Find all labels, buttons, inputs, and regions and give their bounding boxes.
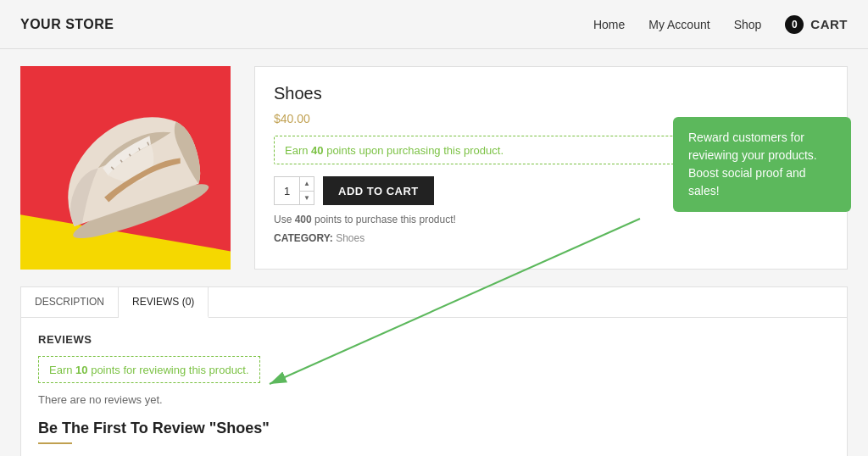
tabs-header: DESCRIPTION REVIEWS (0) [21,287,847,318]
nav-my-account[interactable]: My Account [648,18,709,31]
use-points-text: Use 400 points to purchase this product! [274,214,828,225]
quantity-up-arrow[interactable]: ▲ [300,177,314,192]
nav-shop[interactable]: Shop [734,18,762,31]
category-text: CATEGORY: Shoes [274,232,828,244]
earn-review-text: Earn 10 points for reviewing this produc… [49,364,249,376]
reviews-tab-content: REVIEWS Earn 10 points for reviewing thi… [21,318,847,456]
quantity-arrows[interactable]: ▲ ▼ [300,177,314,204]
main-nav: Home My Account Shop 0 CART [593,15,848,34]
cart-area[interactable]: 0 CART [785,15,848,34]
product-image [20,66,231,270]
no-reviews-text: There are no reviews yet. [38,393,830,406]
quantity-value: 1 [275,177,300,204]
shoe-illustration [29,75,215,244]
cart-label: CART [810,17,848,31]
tab-reviews[interactable]: REVIEWS (0) [119,287,209,318]
quantity-input-container[interactable]: 1 ▲ ▼ [274,176,314,205]
product-title: Shoes [274,84,828,103]
review-form-title-underline [38,442,72,444]
earn-review-box: Earn 10 points for reviewing this produc… [38,356,260,383]
review-form-title: Be The First To Review "Shoes" [38,420,830,437]
cart-count-badge: 0 [785,15,804,34]
add-to-cart-button[interactable]: ADD TO CART [323,176,434,205]
store-logo: YOUR STORE [20,17,114,32]
tooltip-box: Reward customers for reviewing your prod… [673,117,851,212]
quantity-down-arrow[interactable]: ▼ [300,192,314,205]
earn-points-text: Earn 40 points upon purchasing this prod… [285,144,504,157]
tab-description[interactable]: DESCRIPTION [21,287,119,317]
reviews-heading: REVIEWS [38,333,830,346]
tooltip-area: Reward customers for reviewing your prod… [673,117,851,212]
tabs-section: DESCRIPTION REVIEWS (0) REVIEWS Earn 10 … [20,286,848,456]
nav-home[interactable]: Home [593,18,625,31]
